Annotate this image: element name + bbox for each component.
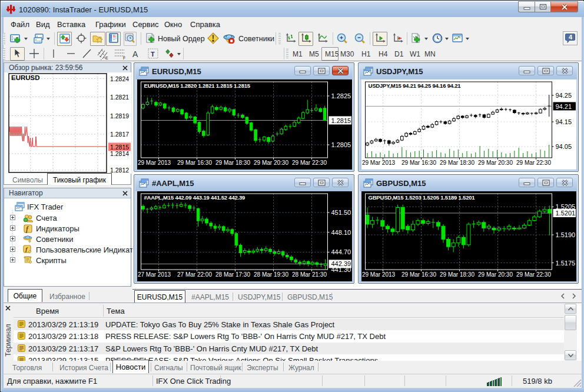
svg-text:28 Mar 19:30: 28 Mar 19:30 <box>254 271 288 278</box>
svg-text:29 Mar 2013: 29 Mar 2013 <box>362 160 396 166</box>
svg-text:29 Mar 22:30: 29 Mar 22:30 <box>516 271 551 278</box>
svg-text:1.2825: 1.2825 <box>331 92 351 99</box>
svg-text:29 Mar 22:30: 29 Mar 22:30 <box>516 160 551 166</box>
svg-text:1.2824: 1.2824 <box>110 75 129 82</box>
svg-text:1.2814: 1.2814 <box>110 150 129 157</box>
svg-text:29 Mar 16:30: 29 Mar 16:30 <box>402 160 436 166</box>
svg-text:29 Mar 22:30: 29 Mar 22:30 <box>292 160 327 166</box>
svg-text:1.2812: 1.2812 <box>110 167 129 174</box>
svg-text:1.2805: 1.2805 <box>331 141 351 148</box>
svg-text:451.50: 451.50 <box>331 209 351 216</box>
svg-text:27 Mar 2013: 27 Mar 2013 <box>138 271 171 278</box>
svg-text:1.5175: 1.5175 <box>556 260 576 267</box>
svg-text:442.39: 442.39 <box>331 260 351 267</box>
svg-text:1.5201: 1.5201 <box>556 210 576 217</box>
svg-text:T: T <box>151 51 155 58</box>
svg-text:E: E <box>105 56 108 60</box>
svg-text:448.10: 448.10 <box>331 229 351 236</box>
svg-text:29 Mar 20:30: 29 Mar 20:30 <box>254 160 288 166</box>
svg-text:94.15: 94.15 <box>556 118 572 125</box>
svg-text:94.25: 94.25 <box>556 92 572 99</box>
svg-text:1.2815: 1.2815 <box>331 117 351 124</box>
svg-text:F: F <box>123 56 125 60</box>
svg-text:29 Mar 16:30: 29 Mar 16:30 <box>177 160 212 166</box>
svg-text:EURUSD,M15 1.2820 1.2821 1.28: EURUSD,M15 1.2820 1.2821 1.2815 1.2815 <box>144 82 251 89</box>
svg-text:27 Mar 22:00: 27 Mar 22:00 <box>177 271 212 278</box>
svg-text:29 Mar 2013: 29 Mar 2013 <box>362 271 396 278</box>
svg-text:29 Mar 18:30: 29 Mar 18:30 <box>440 160 474 166</box>
svg-text:29 Mar 18:30: 29 Mar 18:30 <box>215 160 250 166</box>
svg-text:GBPUSD,M15 1.5203 1.5205 1.51: GBPUSD,M15 1.5203 1.5205 1.5189 1.5201 <box>369 194 476 201</box>
svg-text:28 Mar 17:30: 28 Mar 17:30 <box>215 271 250 278</box>
svg-text:444.70: 444.70 <box>331 248 351 255</box>
svg-text:4: 4 <box>569 34 573 41</box>
svg-text:94.21: 94.21 <box>556 103 572 110</box>
svg-text:EURUSD: EURUSD <box>11 74 40 81</box>
svg-text:94.05: 94.05 <box>556 143 572 150</box>
svg-text:USDJPY,M15 94.21 94.25 94.16: USDJPY,M15 94.21 94.25 94.16 94.21 <box>369 82 462 89</box>
svg-text:#AAPL,M15 442.09 443.19 441.5: #AAPL,M15 442.09 443.19 441.52 442.39 <box>144 194 245 201</box>
svg-text:1.2821: 1.2821 <box>110 94 129 101</box>
svg-text:29 Mar 20:30: 29 Mar 20:30 <box>478 271 513 278</box>
svg-text:29 Mar 2013: 29 Mar 2013 <box>138 160 171 166</box>
svg-text:28 Mar 21:30: 28 Mar 21:30 <box>292 271 327 278</box>
svg-text:1.2817: 1.2817 <box>110 131 129 138</box>
svg-text:29 Mar 20:30: 29 Mar 20:30 <box>478 160 513 166</box>
svg-text:29 Mar 16:30: 29 Mar 16:30 <box>402 271 436 278</box>
svg-text:29 Mar 18:30: 29 Mar 18:30 <box>440 271 474 278</box>
svg-text:1.2819: 1.2819 <box>110 112 129 119</box>
svg-text:1.2815: 1.2815 <box>110 144 129 151</box>
svg-text:1.5190: 1.5190 <box>556 231 576 238</box>
